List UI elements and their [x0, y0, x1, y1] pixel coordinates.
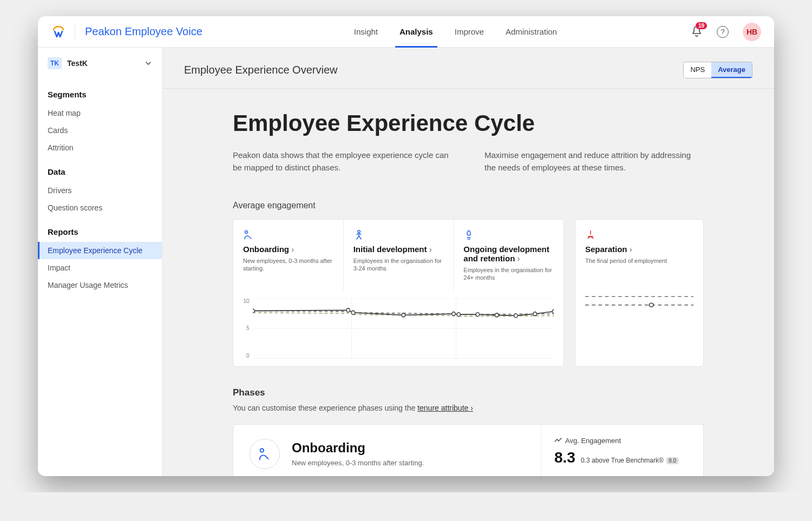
svg-point-27: [260, 449, 264, 452]
nav-administration[interactable]: Administration: [506, 16, 557, 47]
svg-point-17: [451, 312, 455, 315]
svg-point-13: [253, 309, 254, 313]
sidebar-item-drivers[interactable]: Drivers: [38, 182, 162, 199]
sidebar-section-reports: Reports: [38, 216, 162, 242]
phases-title: Phases: [233, 387, 704, 398]
phase-card-separation: Separation › The final period of employm…: [575, 219, 704, 367]
toggle-average[interactable]: Average: [711, 62, 752, 78]
svg-point-26: [649, 304, 653, 307]
phase-detail-card: Onboarding New employees, 0-3 months aft…: [233, 424, 704, 476]
sidebar: TK TestK Segments Heat map Cards Attriti…: [38, 48, 162, 476]
trend-icon: [554, 437, 562, 444]
svg-point-15: [351, 311, 355, 314]
tenure-attribute-link[interactable]: tenure attribute ›: [417, 404, 473, 412]
chart-y-axis: 10 5 0: [243, 298, 253, 359]
phases-intro-text: You can customise these experience phase…: [233, 404, 417, 412]
divider: [75, 24, 75, 40]
sidebar-section-segments: Segments: [38, 79, 162, 104]
svg-point-21: [514, 314, 517, 318]
sidebar-section-data: Data: [38, 156, 162, 182]
phase-initial-dev-link[interactable]: Initial development ›: [353, 245, 444, 254]
page-title: Employee Experience Overview: [184, 64, 337, 76]
sidebar-item-heatmap[interactable]: Heat map: [38, 104, 162, 122]
top-nav: Insight Analysis Improve Administration: [354, 16, 557, 47]
sidebar-item-attrition[interactable]: Attrition: [38, 139, 162, 156]
toggle-nps[interactable]: NPS: [684, 62, 711, 78]
metric-value: 8.3: [554, 449, 575, 466]
notification-badge: 19: [696, 22, 707, 29]
phase-separation-sub: The final period of employment: [585, 257, 693, 265]
nav-analysis[interactable]: Analysis: [400, 16, 433, 47]
hero-para-2: Maximise engagement and reduce attrition…: [484, 149, 704, 174]
workspace-badge: TK: [48, 57, 62, 69]
hero: Employee Experience Cycle Peakon data sh…: [162, 89, 774, 184]
chevron-down-icon: [145, 60, 152, 67]
svg-point-1: [357, 230, 359, 233]
onboarding-icon: [243, 229, 333, 241]
metric-label: Avg. Engagement: [554, 437, 690, 445]
sidebar-item-manager-usage[interactable]: Manager Usage Metrics: [38, 276, 162, 294]
topbar-right: 19 ? HB: [691, 23, 761, 41]
ongoing-dev-icon: [463, 229, 554, 241]
brand-title[interactable]: Peakon Employee Voice: [85, 25, 202, 38]
hero-title: Employee Experience Cycle: [233, 110, 704, 136]
notifications-button[interactable]: 19: [691, 25, 703, 38]
phase-ongoing-sub: Employees in the organisation for 24+ mo…: [463, 266, 554, 282]
sidebar-item-cards[interactable]: Cards: [38, 122, 162, 139]
svg-point-16: [402, 313, 405, 316]
sidebar-item-impact[interactable]: Impact: [38, 259, 162, 276]
detail-sub: New employees, 0-3 months after starting…: [292, 459, 424, 467]
main-content: Employee Experience Overview NPS Average…: [162, 48, 774, 476]
phase-initial-dev-sub: Employees in the organisation for 3-24 m…: [353, 257, 444, 273]
avg-engagement-title: Average engagement: [162, 184, 774, 219]
svg-point-18: [457, 312, 460, 316]
workspace-selector[interactable]: TK TestK: [38, 53, 162, 79]
svg-point-14: [346, 308, 350, 312]
nav-improve[interactable]: Improve: [455, 16, 484, 47]
benchmark-badge: 8.0: [666, 457, 678, 464]
metric-delta: 0.3 above True Benchmark® 8.0: [581, 457, 678, 464]
topbar: Peakon Employee Voice Insight Analysis I…: [38, 16, 774, 48]
content-body: TK TestK Segments Heat map Cards Attriti…: [38, 48, 774, 476]
phase-separation-link[interactable]: Separation ›: [585, 245, 693, 254]
svg-point-20: [495, 313, 498, 316]
detail-onboarding-icon: [250, 439, 280, 469]
phase-onboarding-link[interactable]: Onboarding ›: [243, 245, 333, 254]
svg-point-0: [245, 231, 248, 234]
separation-icon: [585, 229, 693, 241]
svg-point-23: [552, 309, 554, 313]
phase-cards-row: Onboarding › New employees, 0-3 months a…: [162, 219, 774, 367]
sidebar-item-question-scores[interactable]: Question scores: [38, 199, 162, 216]
detail-title: Onboarding: [292, 440, 424, 456]
score-toggle: NPS Average: [683, 62, 752, 78]
page-header: Employee Experience Overview NPS Average: [162, 48, 774, 89]
phase-card-combined: Onboarding › New employees, 0-3 months a…: [233, 219, 564, 367]
workspace-name: TestK: [67, 59, 88, 68]
engagement-chart-main: [253, 298, 554, 359]
nav-insight[interactable]: Insight: [354, 16, 378, 47]
initial-dev-icon: [353, 229, 444, 241]
svg-line-6: [253, 312, 348, 313]
app-window: Peakon Employee Voice Insight Analysis I…: [38, 16, 774, 476]
phase-ongoing-link[interactable]: Ongoing development and retention ›: [463, 245, 554, 263]
engagement-chart-separation: [585, 281, 693, 341]
user-avatar[interactable]: HB: [743, 23, 761, 41]
help-button[interactable]: ?: [717, 26, 729, 38]
sidebar-item-exp-cycle[interactable]: Employee Experience Cycle: [38, 242, 162, 259]
workday-logo-icon: [51, 24, 66, 39]
hero-para-1: Peakon data shows that the employee expe…: [233, 149, 452, 174]
svg-point-19: [476, 312, 479, 316]
phase-onboarding-sub: New employees, 0-3 months after starting…: [243, 257, 333, 273]
phases-intro: Phases You can customise these experienc…: [162, 367, 774, 412]
svg-point-22: [533, 312, 536, 315]
